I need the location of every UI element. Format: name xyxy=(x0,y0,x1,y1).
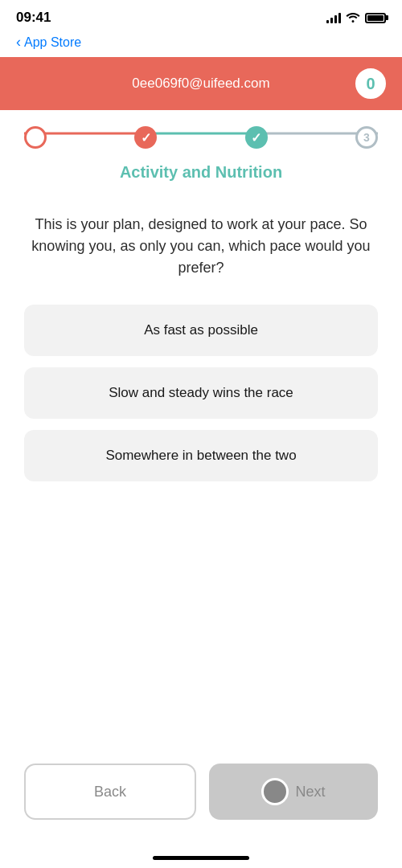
description-text: This is your plan, designed to work at y… xyxy=(24,214,378,279)
step-4-label: 3 xyxy=(363,131,370,144)
header: 0ee069f0@uifeed.com 0 xyxy=(0,57,402,110)
status-icons xyxy=(326,11,386,25)
next-circle-icon xyxy=(261,778,289,805)
step-3: ✓ xyxy=(245,126,268,149)
section-title: Activity and Nutrition xyxy=(0,157,402,198)
signal-icon xyxy=(326,12,341,23)
app-store-nav[interactable]: ‹ App Store xyxy=(0,31,402,57)
step-wrapper: ✓ ✓ 3 xyxy=(24,126,378,149)
app-store-label: App Store xyxy=(24,35,81,50)
status-bar: 09:41 xyxy=(0,0,402,31)
back-button[interactable]: Back xyxy=(24,764,196,820)
badge-count: 0 xyxy=(366,75,375,93)
main-content: This is your plan, designed to work at y… xyxy=(0,198,402,509)
option-slow[interactable]: Slow and steady wins the race xyxy=(24,367,378,419)
step-1 xyxy=(24,126,47,149)
chevron-left-icon: ‹ xyxy=(16,34,21,51)
step-4: 3 xyxy=(355,126,378,149)
wifi-icon xyxy=(346,11,360,25)
progress-steps: ✓ ✓ 3 xyxy=(0,110,402,157)
status-time: 09:41 xyxy=(16,10,51,26)
header-badge: 0 xyxy=(355,68,386,99)
bottom-buttons: Back Next xyxy=(0,764,402,820)
back-to-appstore[interactable]: ‹ App Store xyxy=(16,34,386,51)
next-button[interactable]: Next xyxy=(209,764,378,820)
option-fast[interactable]: As fast as possible xyxy=(24,305,378,356)
home-indicator xyxy=(153,856,249,860)
battery-icon xyxy=(365,13,386,23)
step-2: ✓ xyxy=(134,126,157,149)
header-email: 0ee069f0@uifeed.com xyxy=(47,76,355,92)
next-label: Next xyxy=(295,784,325,800)
option-between[interactable]: Somewhere in between the two xyxy=(24,430,378,481)
